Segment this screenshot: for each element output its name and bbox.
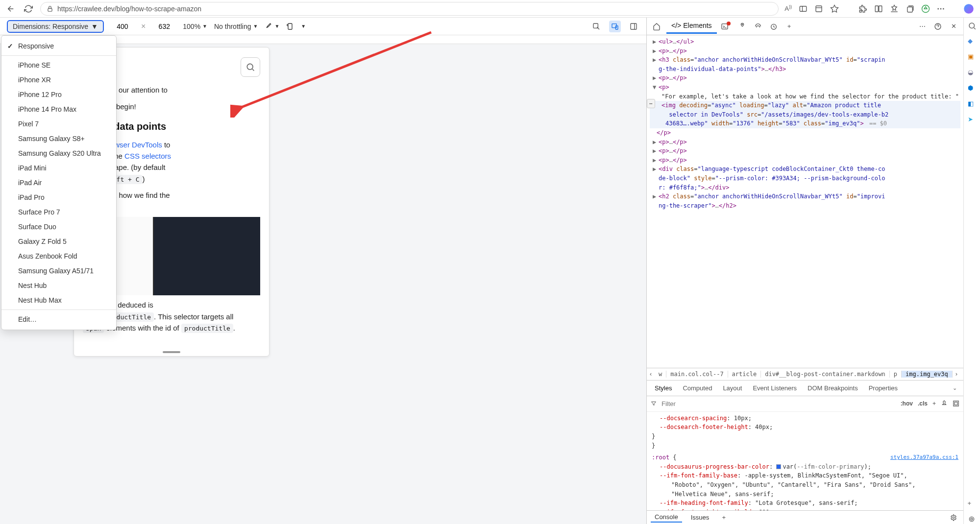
tab-styles[interactable]: Styles [650,382,677,394]
rotate-icon[interactable] [286,23,294,30]
crumb-prev[interactable]: ‹ [647,371,655,378]
favorite-icon[interactable] [830,4,839,13]
device-item-responsive[interactable]: Responsive [1,39,116,53]
console-icon[interactable] [721,21,733,32]
zoom-dropdown[interactable]: 100% ▼ [183,23,207,30]
network-icon[interactable] [752,21,764,32]
device-item[interactable]: iPad Air [1,175,116,190]
sidebar-settings-icon[interactable] [968,515,977,524]
device-item[interactable]: iPhone 14 Pro Max [1,102,116,117]
dimension-x: × [141,22,146,31]
extensions-icon[interactable] [858,4,867,13]
collections-icon[interactable] [906,4,914,13]
chevron-down-icon[interactable]: ⌄ [949,382,960,394]
immersive-icon[interactable] [814,4,823,13]
source-link[interactable]: styles.37a97a9a.css:1 [890,453,958,461]
dock-icon[interactable] [628,21,639,32]
search-icon[interactable] [968,22,977,30]
device-item-edit[interactable]: Edit… [1,312,116,327]
favorites-list-icon[interactable] [890,4,899,13]
plus-tab-icon[interactable]: + [784,21,795,32]
tab-dom-breakpoints[interactable]: DOM Breakpoints [803,382,863,394]
crumb[interactable]: article [728,371,761,378]
device-item[interactable]: Surface Pro 7 [1,205,116,219]
back-button[interactable] [5,3,17,15]
device-item[interactable]: Galaxy Z Fold 5 [1,234,116,249]
cls-toggle[interactable]: .cls [918,400,928,407]
more-actions-icon[interactable]: ⋯ [647,99,655,108]
crumb[interactable]: w [655,371,666,378]
plus-drawer-icon[interactable]: + [718,512,730,524]
tab-layout[interactable]: Layout [718,382,747,394]
send-icon[interactable]: ➤ [968,116,977,124]
bookmark-icon[interactable]: ◆ [968,37,977,46]
svg-point-22 [971,518,973,520]
close-devtools-icon[interactable]: ✕ [948,21,959,32]
gear-icon[interactable] [948,512,959,524]
new-rule-icon[interactable]: + [932,400,936,407]
tab-elements[interactable]: </> Elements [666,19,717,34]
url-text: https://crawlee.dev/blog/how-to-scrape-a… [57,5,201,13]
split-icon[interactable] [874,4,883,13]
copilot-icon[interactable] [962,2,975,15]
address-bar[interactable]: https://crawlee.dev/blog/how-to-scrape-a… [40,2,779,16]
translate-icon[interactable] [799,4,808,13]
device-options-icon[interactable]: ▼ [301,24,306,29]
office-icon[interactable]: ⬢ [968,84,977,93]
reload-button[interactable] [23,3,34,15]
device-item[interactable]: Samsung Galaxy A51/71 [1,263,116,278]
crumb-next[interactable]: › [953,371,960,378]
devtools-pane: </> Elements + ⋯ ✕ ▶<ul>…</ul> ▶<p>…</p>… [647,18,963,524]
device-item[interactable]: Samsung Galaxy S20 Ultra [1,146,116,161]
drag-handle[interactable] [163,351,180,353]
height-input[interactable] [152,23,176,30]
home-icon[interactable] [651,21,662,32]
crumb[interactable]: p [890,371,902,378]
layout-overlay-icon[interactable] [953,400,959,407]
read-aloud-icon[interactable]: A)) [784,4,792,12]
device-item[interactable]: iPhone XR [1,72,116,87]
tab-properties[interactable]: Properties [864,382,903,394]
drawer-tab-console[interactable]: Console [651,512,682,523]
filter-input[interactable] [662,400,896,407]
pin-icon[interactable] [941,400,948,407]
shopping-icon[interactable]: ▣ [968,53,977,62]
device-item[interactable]: iPhone SE [1,58,116,72]
device-item[interactable]: Surface Duo [1,219,116,234]
crumb[interactable]: main.col.col--7 [666,371,728,378]
device-item[interactable]: Nest Hub Max [1,293,116,308]
outlook-icon[interactable]: ◧ [968,100,977,109]
styles-body[interactable]: --docsearcn-spacing: 10px; --docsearch-f… [647,412,963,510]
more-tools-icon[interactable]: ⋯ [916,21,928,32]
crumb-selected[interactable]: img.img_ev3q [902,371,953,378]
help-icon[interactable] [932,21,944,32]
performance-icon[interactable] [921,4,930,13]
device-toggle-icon[interactable] [609,21,621,32]
tab-event-listeners[interactable]: Event Listeners [748,382,802,394]
link-css-selectors[interactable]: CSS selectors [124,152,171,160]
width-input[interactable] [111,23,134,30]
crumb[interactable]: div#__blog-post-container.markdown [761,371,890,378]
hov-toggle[interactable]: :hov [901,400,913,407]
device-item[interactable]: Nest Hub [1,278,116,293]
more-icon[interactable]: ⋯ [937,4,945,13]
inspect-icon[interactable] [590,21,602,32]
tab-computed[interactable]: Computed [678,382,717,394]
add-sidebar-icon[interactable]: + [968,500,977,508]
device-item[interactable]: Asus Zenbook Fold [1,249,116,263]
device-item[interactable]: iPhone 12 Pro [1,87,116,102]
breadcrumb: ‹ w main.col.col--7 article div#__blog-p… [647,368,963,381]
device-item[interactable]: iPad Mini [1,161,116,175]
drawer-tab-issues[interactable]: Issues [687,513,713,522]
device-item[interactable]: Pixel 7 [1,117,116,131]
sources-icon[interactable] [736,21,748,32]
device-item[interactable]: iPad Pro [1,190,116,205]
elements-tree[interactable]: ▶<ul>…</ul> ▶<p>…</p> ▶<h3 class="anchor… [647,35,963,368]
person-icon[interactable]: ◒ [968,69,977,77]
performance-tab-icon[interactable] [768,21,780,32]
dimensions-dropdown[interactable]: Dimensions: Responsive ▼ [7,20,104,33]
throttling-dropdown[interactable]: No throttling ▼ [214,23,258,30]
search-button[interactable] [241,57,260,77]
device-item[interactable]: Samsung Galaxy S8+ [1,131,116,146]
color-picker-icon[interactable]: ▼ [265,23,279,30]
